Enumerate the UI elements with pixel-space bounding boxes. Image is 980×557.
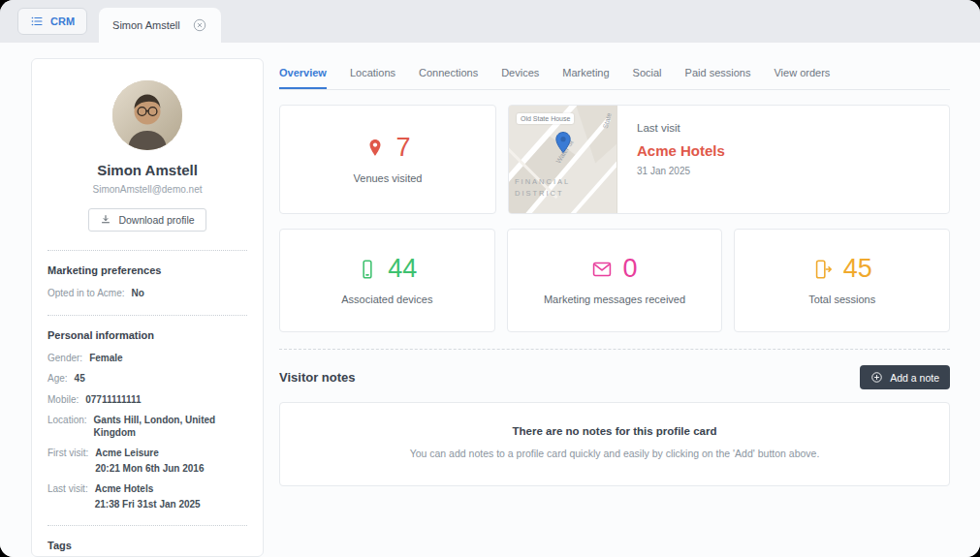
gender-row: Gender: Female — [47, 353, 247, 365]
last-visit-venue: Acme Hotels — [637, 142, 725, 159]
window-tab-bar: CRM Simon Amstell — [0, 0, 980, 43]
age-label: Age: — [47, 373, 68, 386]
last-visit-label: Last visit: — [47, 483, 88, 496]
marketing-preferences-title: Marketing preferences — [47, 264, 247, 276]
download-icon — [100, 214, 111, 226]
avatar — [112, 80, 182, 150]
associated-devices-label: Associated devices — [341, 294, 432, 305]
tab-social[interactable]: Social — [633, 58, 662, 89]
profile-tab[interactable]: Simon Amstell — [99, 8, 221, 43]
tab-devices[interactable]: Devices — [501, 58, 539, 89]
marketing-messages-value: 0 — [622, 256, 637, 282]
opted-in-row: Opted in to Acme: No — [47, 288, 247, 300]
stat-card-sessions: 45 Total sessions — [734, 229, 950, 332]
crm-tab-label: CRM — [50, 15, 75, 27]
mobile-row: Mobile: 07711111111 — [47, 394, 247, 407]
first-visit-label: First visit: — [47, 448, 88, 460]
map-building-label: Old State House — [517, 113, 574, 124]
tags-section: Tags Profile type : Visitor Gender : Fem… — [47, 540, 247, 557]
location-label: Location: — [47, 415, 87, 427]
main-panel: Overview Locations Connections Devices M… — [279, 58, 950, 557]
marketing-messages-label: Marketing messages received — [544, 294, 685, 305]
envelope-icon — [591, 259, 613, 280]
stat-card-venues: 7 Venues visited — [279, 105, 496, 214]
plus-circle-icon — [870, 371, 883, 384]
age-row: Age: 45 — [47, 373, 247, 386]
venues-visited-value: 7 — [395, 135, 410, 161]
location-pin-icon — [364, 138, 386, 159]
phone-icon — [357, 259, 378, 280]
age-value: 45 — [75, 373, 85, 386]
mobile-value: 07711111111 — [85, 394, 141, 407]
notes-empty-card: There are no notes for this profile card… — [279, 402, 950, 486]
tab-connections[interactable]: Connections — [419, 58, 478, 89]
tab-marketing[interactable]: Marketing — [562, 58, 609, 89]
profile-name: Simon Amstell — [47, 162, 247, 178]
tags-title: Tags — [47, 540, 247, 551]
location-row: Location: Gants Hill, London, United Kin… — [47, 415, 247, 439]
first-visit-time: 20:21 Mon 6th Jun 2016 — [95, 463, 204, 476]
mobile-label: Mobile: — [47, 394, 79, 407]
divider — [47, 250, 247, 251]
venues-visited-label: Venues visited — [354, 172, 423, 184]
first-visit-value: Acme Leisure 20:21 Mon 6th Jun 2016 — [95, 448, 204, 475]
total-sessions-value: 45 — [843, 256, 872, 282]
notes-empty-text: You can add notes to a profile card quic… — [300, 448, 930, 459]
profile-tabs: Overview Locations Connections Devices M… — [279, 58, 950, 90]
divider — [47, 315, 247, 316]
device-sessions-icon — [812, 259, 834, 280]
first-visit-venue: Acme Leisure — [95, 448, 204, 460]
first-visit-row: First visit: Acme Leisure 20:21 Mon 6th … — [47, 448, 247, 475]
opted-in-label: Opted in to Acme: — [47, 288, 125, 300]
gender-value: Female — [89, 353, 122, 365]
stat-card-marketing: 0 Marketing messages received — [507, 229, 723, 332]
content-area: Simon Amstell SimonAmstell@demo.net Down… — [0, 43, 980, 557]
gender-label: Gender: — [47, 353, 82, 365]
personal-information-title: Personal information — [47, 329, 247, 341]
map-district-label: FINANCIAL DISTRICT — [515, 176, 570, 200]
opted-in-value: No — [132, 288, 144, 300]
notes-empty-title: There are no notes for this profile card — [300, 425, 930, 437]
tab-paid-sessions[interactable]: Paid sessions — [685, 58, 751, 89]
download-profile-button[interactable]: Download profile — [88, 208, 205, 232]
last-visit-time: 21:38 Fri 31st Jan 2025 — [95, 499, 201, 511]
total-sessions-label: Total sessions — [808, 294, 875, 305]
list-icon — [30, 15, 44, 28]
tab-view-orders[interactable]: View orders — [774, 58, 830, 89]
last-visit-value: Acme Hotels 21:38 Fri 31st Jan 2025 — [95, 483, 201, 511]
last-visit-venue: Acme Hotels — [95, 483, 201, 496]
tab-overview[interactable]: Overview — [279, 58, 327, 89]
profile-card: Simon Amstell SimonAmstell@demo.net Down… — [31, 58, 264, 557]
tab-locations[interactable]: Locations — [350, 58, 395, 89]
marketing-preferences-section: Marketing preferences Opted in to Acme: … — [47, 264, 247, 300]
stat-card-devices: 44 Associated devices — [279, 229, 495, 332]
map-thumbnail: Old State House Water St State FINANCIAL… — [509, 106, 617, 213]
profile-tab-label: Simon Amstell — [112, 19, 180, 31]
download-label: Download profile — [118, 214, 194, 226]
associated-devices-value: 44 — [388, 256, 417, 282]
personal-information-section: Personal information Gender: Female Age:… — [47, 329, 247, 511]
divider — [47, 525, 247, 526]
last-visit-card: Old State House Water St State FINANCIAL… — [508, 105, 950, 214]
crm-window: CRM Simon Amstell — [0, 0, 980, 557]
last-visit-title: Last visit — [637, 122, 725, 134]
add-note-label: Add a note — [890, 372, 939, 384]
dashed-divider — [279, 349, 950, 350]
visitor-notes-title: Visitor notes — [279, 370, 356, 385]
crm-tab[interactable]: CRM — [17, 8, 87, 35]
location-value: Gants Hill, London, United Kingdom — [94, 415, 247, 439]
tab-close-icon[interactable] — [192, 17, 207, 33]
last-visit-date: 31 Jan 2025 — [637, 166, 725, 176]
add-note-button[interactable]: Add a note — [860, 365, 950, 389]
last-visit-row: Last visit: Acme Hotels 21:38 Fri 31st J… — [47, 483, 247, 511]
profile-email: SimonAmstell@demo.net — [47, 184, 247, 195]
map-pin-icon — [553, 131, 573, 154]
